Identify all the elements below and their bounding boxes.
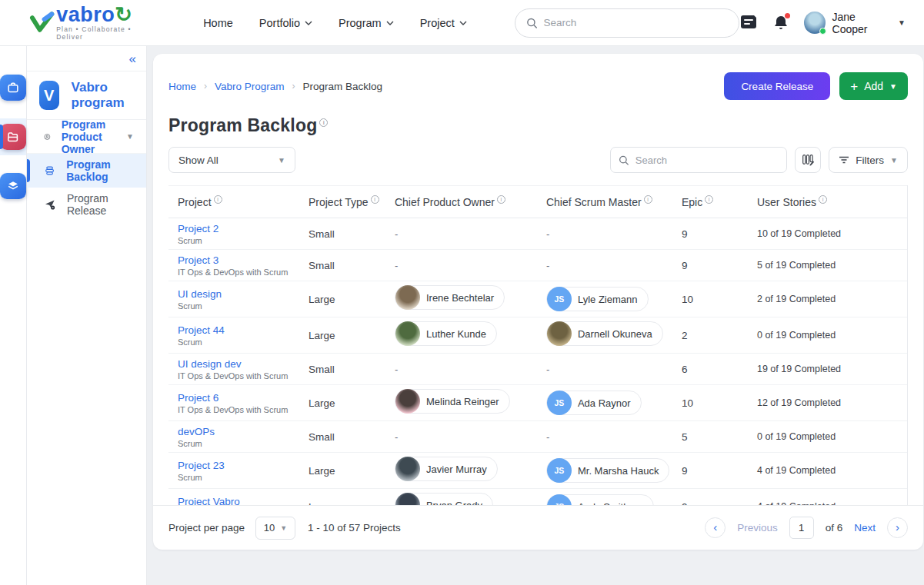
sidebar-item-program-backlog[interactable]: Program Backlog [27, 154, 146, 188]
online-status-dot [819, 28, 826, 35]
project-link[interactable]: UI design [178, 288, 290, 300]
user-stories-cell: 12 of 19 Completed [748, 385, 907, 421]
projects-table: Project Project Type Chief Product Owner… [168, 185, 907, 505]
nav-portfolio[interactable]: Portfolio [259, 17, 312, 29]
chief-product-owner-cell: Javier Murray [385, 453, 537, 489]
project-link[interactable]: UI design dev [178, 358, 290, 370]
create-release-button[interactable]: Create Release [724, 72, 830, 100]
vabro-logo[interactable]: vabro↻ Plan • Collaborate • Deliver [29, 5, 158, 41]
rail-layers-item[interactable] [0, 168, 26, 204]
project-link[interactable]: Project 2 [178, 223, 290, 234]
page-number-input[interactable] [789, 517, 814, 539]
empty-value: - [546, 364, 549, 375]
project-link[interactable]: Project 6 [178, 392, 290, 404]
sidebar-item-program-product-owner[interactable]: Program Product Owner ▼ [27, 120, 146, 154]
sidebar-item-label: Program Product Owner [62, 118, 115, 155]
person-chip[interactable]: Darnell Okuneva [546, 321, 663, 346]
person-initials-avatar: JS [547, 458, 572, 483]
breadcrumb: Home › Vabro Program › Program Backlog [168, 81, 382, 92]
rail-projects-item[interactable] [0, 118, 26, 155]
person-chip[interactable]: JSAndy Smitham [546, 494, 654, 505]
sidebar-item-label: Program Release [67, 192, 134, 217]
nav-project[interactable]: Project [420, 17, 467, 29]
user-stories-cell: 4 of 19 Completed [748, 489, 907, 506]
program-header[interactable]: V Vabro program [27, 71, 146, 120]
sidebar-item-program-release[interactable]: Program Release [27, 188, 146, 221]
project-link[interactable]: Project 3 [178, 254, 290, 266]
project-link[interactable]: Project 44 [178, 324, 290, 336]
column-header-epic[interactable]: Epic [672, 186, 748, 218]
chief-scrum-master-cell: - [537, 354, 672, 385]
empty-value: - [395, 260, 398, 271]
chief-scrum-master-cell: - [537, 218, 672, 250]
person-chip[interactable]: JSAda Raynor [546, 391, 642, 415]
column-header-chief-product-owner[interactable]: Chief Product Owner [385, 186, 537, 218]
person-chip[interactable]: JSMr. Marsha Hauck [546, 458, 669, 483]
breadcrumb-vabro-program[interactable]: Vabro Program [215, 81, 285, 92]
manage-columns-button[interactable] [795, 147, 821, 173]
previous-page-button[interactable]: Previous [737, 522, 778, 533]
chief-scrum-master-cell: JSAndy Smitham [537, 489, 672, 506]
breadcrumb-home[interactable]: Home [168, 81, 196, 92]
person-chip[interactable]: Javier Murray [395, 457, 498, 481]
user-stories-cell: 0 of 19 Completed [748, 317, 907, 354]
user-name: Jane Cooper [832, 11, 892, 35]
next-page-icon-button[interactable]: › [887, 517, 908, 538]
program-name: Vabro program [72, 80, 134, 111]
nav-program[interactable]: Program [339, 17, 394, 29]
chief-scrum-master-cell: JSAda Raynor [537, 385, 672, 421]
info-icon [214, 195, 222, 204]
next-page-button[interactable]: Next [854, 522, 876, 533]
notifications-button[interactable] [773, 15, 789, 32]
logo-tagline: Plan • Collaborate • Deliver [56, 25, 158, 41]
person-chip[interactable]: JSLyle Ziemann [546, 287, 649, 311]
user-menu[interactable]: Jane Cooper ▼ [804, 11, 906, 35]
project-link[interactable]: devOPs [178, 426, 290, 437]
columns-edit-icon [801, 153, 815, 167]
person-chip[interactable]: Melinda Reinger [395, 389, 510, 414]
person-photo-avatar [395, 389, 420, 414]
info-icon [644, 195, 652, 204]
show-all-select[interactable]: Show All ▼ [168, 147, 295, 173]
info-icon [319, 118, 328, 127]
person-chip[interactable]: Bryan Grady [395, 493, 493, 505]
per-page-select[interactable]: 10 ▼ [255, 517, 295, 540]
project-type-cell: Small [299, 250, 385, 281]
column-header-user-stories[interactable]: User Stories [748, 186, 907, 218]
rail-portfolio-item[interactable] [0, 69, 26, 106]
empty-value: - [395, 431, 398, 443]
search-icon [526, 17, 538, 29]
user-stories-cell: 4 of 19 Completed [748, 453, 907, 489]
chief-scrum-master-cell: - [537, 421, 672, 453]
project-link[interactable]: Project 23 [178, 460, 290, 471]
column-header-chief-scrum-master[interactable]: Chief Scrum Master [537, 186, 672, 218]
person-name: Lyle Ziemann [578, 294, 638, 305]
collapse-sidebar-icon[interactable]: « [128, 54, 135, 65]
add-button[interactable]: + Add ▼ [839, 72, 908, 100]
project-method: IT Ops & DevOps with Scrum [178, 371, 290, 381]
project-type-cell: Large [299, 385, 385, 421]
person-chip[interactable]: Luther Kunde [395, 321, 497, 346]
table-row: Project 23Scrum Large Javier Murray JSMr… [168, 453, 907, 489]
column-header-project-type[interactable]: Project Type [299, 186, 385, 218]
chevron-down-icon: ▼ [890, 156, 898, 165]
filter-lines-icon [839, 155, 849, 165]
table-row: Project 2Scrum Small - - 9 10 of 19 Comp… [168, 218, 907, 250]
table-search [610, 147, 787, 173]
previous-page-icon-button[interactable]: ‹ [705, 517, 726, 538]
global-search-input[interactable] [543, 17, 727, 28]
nav-home[interactable]: Home [203, 17, 233, 29]
results-range: 1 - 10 of 57 Projects [308, 522, 401, 533]
person-name: Darnell Okuneva [578, 328, 652, 340]
person-chip[interactable]: Irene Bechtelar [395, 285, 505, 310]
chevron-down-icon [459, 21, 467, 25]
messages-button[interactable] [739, 15, 758, 32]
chief-scrum-master-cell: Darnell Okuneva [537, 317, 672, 354]
column-header-project[interactable]: Project [168, 186, 299, 218]
project-link[interactable]: Project Vabro [178, 496, 290, 506]
project-type-cell: Large [299, 281, 385, 317]
table-search-input[interactable] [635, 155, 779, 166]
sidebar-item-label: Program Backlog [66, 158, 134, 183]
empty-value: - [546, 260, 549, 271]
filters-button[interactable]: Filters ▼ [829, 147, 908, 173]
